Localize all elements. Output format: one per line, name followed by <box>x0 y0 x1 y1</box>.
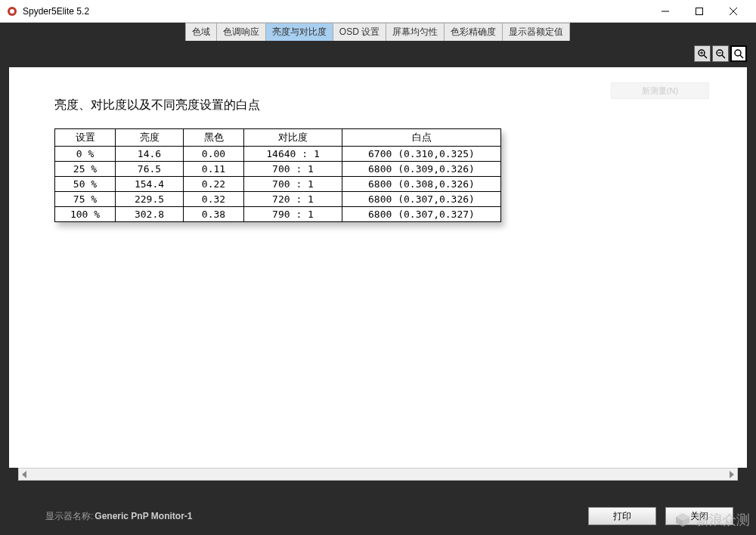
section-heading: 亮度、对比度以及不同亮度设置的白点 <box>54 97 702 113</box>
content-wrap: 新测量(N) 亮度、对比度以及不同亮度设置的白点 设置 亮度 黑色 对比度 白点… <box>0 67 756 481</box>
header-black: 黑色 <box>184 129 244 147</box>
cell-setting: 25 % <box>55 162 116 177</box>
cell-black: 0.00 <box>184 147 244 162</box>
tab-monitor-rating[interactable]: 显示器额定值 <box>502 23 570 41</box>
tab-color-accuracy[interactable]: 色彩精确度 <box>444 23 503 41</box>
titlebar: Spyder5Elite 5.2 <box>0 0 756 23</box>
cell-whitepoint: 6800 (0.307,0.326) <box>342 192 501 207</box>
table-row: 50 %154.40.22700 : 16800 (0.308,0.326) <box>55 177 501 192</box>
svg-line-11 <box>722 55 725 58</box>
close-app-button[interactable]: 关闭 <box>665 507 733 525</box>
cell-brightness: 76.5 <box>116 162 184 177</box>
minimize-button[interactable] <box>648 1 682 22</box>
tab-gamut[interactable]: 色域 <box>185 23 217 41</box>
tab-tone-response[interactable]: 色调响应 <box>216 23 266 41</box>
cell-contrast: 720 : 1 <box>244 192 342 207</box>
cell-whitepoint: 6800 (0.307,0.327) <box>342 207 501 222</box>
cell-black: 0.38 <box>184 207 244 222</box>
header-contrast: 对比度 <box>244 129 342 147</box>
tabs-row: 色域 色调响应 亮度与对比度 OSD 设置 屏幕均匀性 色彩精确度 显示器额定值 <box>0 23 756 41</box>
cell-contrast: 700 : 1 <box>244 177 342 192</box>
header-whitepoint: 白点 <box>342 129 501 147</box>
cell-whitepoint: 6800 (0.309,0.326) <box>342 162 501 177</box>
maximize-button[interactable] <box>682 1 716 22</box>
cell-brightness: 229.5 <box>116 192 184 207</box>
tab-osd-settings[interactable]: OSD 设置 <box>333 23 386 41</box>
new-measurement-button: 新测量(N) <box>611 82 709 99</box>
zoom-out-button[interactable] <box>712 45 729 62</box>
header-setting: 设置 <box>55 129 116 147</box>
table-row: 25 %76.50.11700 : 16800 (0.309,0.326) <box>55 162 501 177</box>
cell-setting: 50 % <box>55 177 116 192</box>
table-header-row: 设置 亮度 黑色 对比度 白点 <box>55 129 501 147</box>
cell-whitepoint: 6800 (0.308,0.326) <box>342 177 501 192</box>
app-body: 色域 色调响应 亮度与对比度 OSD 设置 屏幕均匀性 色彩精确度 显示器额定值… <box>0 23 756 535</box>
toolbar-band <box>0 41 756 67</box>
app-icon <box>6 5 18 17</box>
measurement-table: 设置 亮度 黑色 对比度 白点 0 %14.60.0014640 : 16700… <box>54 128 501 222</box>
svg-point-13 <box>735 50 741 56</box>
table-row: 100 %302.80.38790 : 16800 (0.307,0.327) <box>55 207 501 222</box>
close-button[interactable] <box>716 1 750 22</box>
window-controls <box>648 1 750 22</box>
monitor-name-label: 显示器名称: <box>45 510 93 523</box>
svg-line-14 <box>740 55 743 58</box>
zoom-in-button[interactable] <box>694 45 711 62</box>
cell-setting: 100 % <box>55 207 116 222</box>
zoom-tools <box>694 45 747 62</box>
window-title: Spyder5Elite 5.2 <box>23 6 648 17</box>
header-brightness: 亮度 <box>116 129 184 147</box>
cell-brightness: 154.4 <box>116 177 184 192</box>
content-panel: 新测量(N) 亮度、对比度以及不同亮度设置的白点 设置 亮度 黑色 对比度 白点… <box>9 67 747 468</box>
table-row: 0 %14.60.0014640 : 16700 (0.310,0.325) <box>55 147 501 162</box>
cell-black: 0.22 <box>184 177 244 192</box>
tab-uniformity[interactable]: 屏幕均匀性 <box>386 23 445 41</box>
cell-black: 0.32 <box>184 192 244 207</box>
svg-rect-3 <box>696 8 702 14</box>
svg-point-1 <box>10 9 14 14</box>
tab-brightness-contrast[interactable]: 亮度与对比度 <box>265 23 333 41</box>
footer: 显示器名称: Generic PnP Monitor-1 打印 关闭 <box>0 497 756 535</box>
zoom-fit-button[interactable] <box>730 45 747 62</box>
svg-line-7 <box>704 55 707 58</box>
monitor-name-value: Generic PnP Monitor-1 <box>94 511 192 521</box>
table-row: 75 %229.50.32720 : 16800 (0.307,0.326) <box>55 192 501 207</box>
print-button[interactable]: 打印 <box>588 507 656 525</box>
cell-contrast: 790 : 1 <box>244 207 342 222</box>
cell-setting: 0 % <box>55 147 116 162</box>
cell-contrast: 14640 : 1 <box>244 147 342 162</box>
cell-black: 0.11 <box>184 162 244 177</box>
horizontal-scrollbar[interactable] <box>18 468 738 481</box>
cell-brightness: 14.6 <box>116 147 184 162</box>
cell-whitepoint: 6700 (0.310,0.325) <box>342 147 501 162</box>
cell-brightness: 302.8 <box>116 207 184 222</box>
cell-contrast: 700 : 1 <box>244 162 342 177</box>
cell-setting: 75 % <box>55 192 116 207</box>
